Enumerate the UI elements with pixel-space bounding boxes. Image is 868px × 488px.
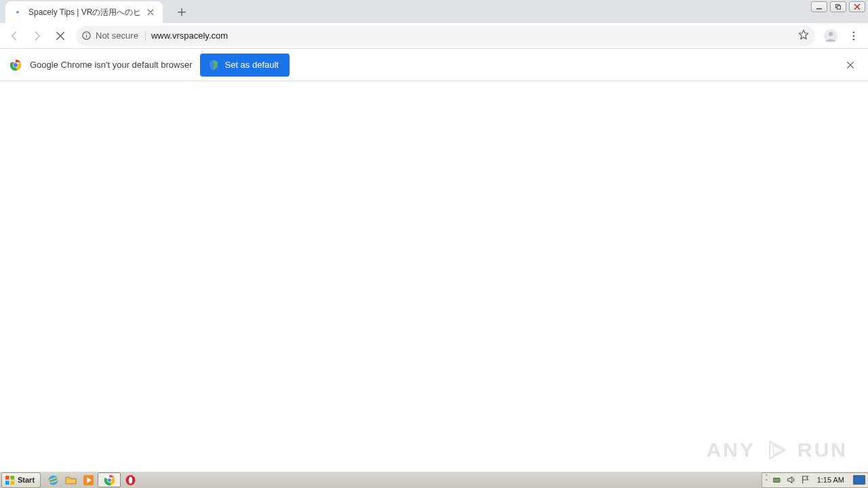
maximize-button[interactable] [830, 1, 846, 12]
favicon-loading-icon [12, 7, 23, 18]
chrome-menu-button[interactable] [844, 26, 864, 46]
browser-window: Spacely Tips | VRの活用へのヒントが見 [0, 0, 868, 471]
address-bar[interactable]: Not secure www.vrspacely.com [76, 26, 815, 46]
svg-rect-13 [10, 475, 14, 479]
page-content: ANY RUN [0, 81, 868, 471]
tray-volume-icon[interactable] [786, 474, 797, 485]
watermark-text-right: RUN [797, 439, 848, 462]
ql-opera[interactable] [122, 472, 138, 487]
infobar-message: Google Chrome isn't your default browser [30, 60, 192, 70]
svg-rect-14 [5, 481, 9, 485]
security-label: Not secure [96, 30, 138, 41]
windows-taskbar: Start ˄˄ [0, 471, 868, 488]
svg-point-3 [86, 33, 87, 35]
ql-file-explorer[interactable] [62, 472, 79, 487]
system-tray: ˄˄ 1:15 AM [762, 472, 868, 488]
tray-show-desktop[interactable] [853, 475, 865, 485]
window-controls [811, 1, 865, 12]
ql-media-player[interactable] [80, 472, 96, 487]
anyrun-watermark: ANY RUN [707, 439, 848, 462]
set-default-button[interactable]: Set as default [200, 54, 290, 77]
tray-hardware-icon[interactable] [772, 474, 783, 485]
close-window-button[interactable] [849, 1, 865, 12]
taskbar-chrome[interactable] [98, 472, 121, 487]
minimize-button[interactable] [811, 1, 827, 12]
svg-point-23 [128, 476, 132, 484]
tray-flag-icon[interactable] [800, 474, 811, 485]
windows-flag-icon [5, 475, 15, 485]
profile-button[interactable] [821, 26, 841, 46]
start-button[interactable]: Start [1, 472, 41, 488]
stop-reload-button[interactable] [50, 26, 71, 46]
set-default-label: Set as default [224, 60, 279, 70]
ql-internet-explorer[interactable] [45, 472, 61, 487]
svg-point-8 [853, 38, 855, 40]
svg-rect-24 [773, 478, 779, 482]
shield-icon [208, 60, 219, 70]
svg-point-11 [14, 63, 18, 67]
tray-expand-icon[interactable]: ˄˄ [765, 475, 768, 485]
default-browser-infobar: Google Chrome isn't your default browser… [0, 49, 868, 81]
tab-strip: Spacely Tips | VRの活用へのヒントが見 [0, 0, 868, 23]
tab-title: Spacely Tips | VRの活用へのヒントが見 [28, 7, 140, 18]
watermark-text-left: ANY [707, 439, 755, 462]
close-tab-button[interactable] [145, 7, 156, 18]
bookmark-star-button[interactable] [797, 28, 810, 43]
svg-point-5 [829, 32, 833, 36]
quick-launch [45, 472, 142, 487]
info-icon [81, 30, 92, 41]
svg-rect-1 [837, 6, 841, 9]
url-text: www.vrspacely.com [151, 30, 228, 41]
new-tab-button[interactable] [172, 3, 191, 22]
svg-rect-12 [5, 475, 9, 479]
tab[interactable]: Spacely Tips | VRの活用へのヒントが見 [5, 1, 163, 23]
chrome-logo-icon [9, 59, 22, 71]
tray-clock[interactable]: 1:15 AM [817, 476, 844, 484]
svg-rect-15 [10, 481, 14, 485]
svg-rect-25 [779, 479, 781, 481]
toolbar: Not secure www.vrspacely.com [0, 23, 868, 49]
svg-point-7 [853, 35, 855, 37]
start-label: Start [18, 476, 35, 484]
svg-point-6 [853, 31, 855, 33]
infobar-close-button[interactable] [842, 57, 859, 73]
back-button[interactable] [4, 26, 24, 46]
security-indicator[interactable]: Not secure [81, 30, 146, 41]
play-icon [765, 439, 788, 462]
svg-point-21 [108, 479, 111, 482]
forward-button[interactable] [27, 26, 47, 46]
